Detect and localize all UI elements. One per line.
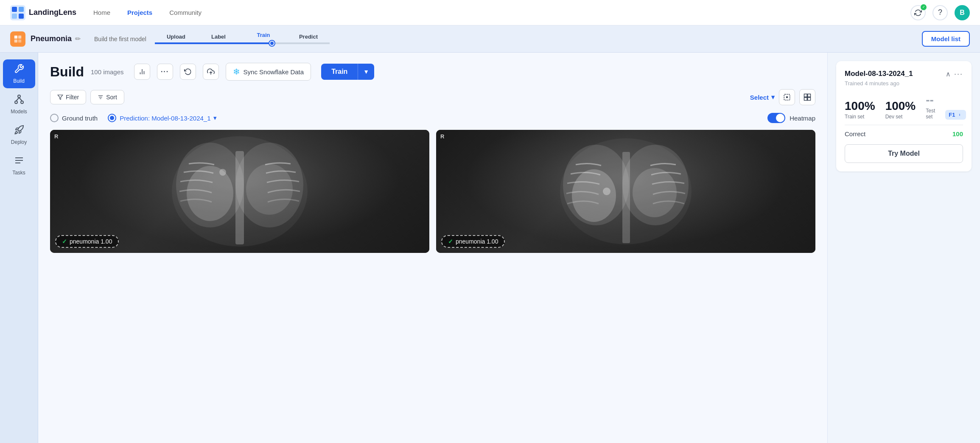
sidebar: Build Models Deploy	[0, 53, 38, 443]
sidebar-item-build[interactable]: Build	[3, 59, 35, 88]
grid-view-button[interactable]	[799, 89, 815, 105]
bar-chart-icon	[138, 68, 146, 76]
project-name: Pneumonia	[31, 34, 72, 43]
test-set-value: --	[926, 93, 935, 107]
prediction-label-0: pneumonia 1.00	[70, 238, 112, 245]
train-set-stat: 100% Train set	[845, 99, 875, 120]
train-set-value: 100%	[845, 99, 875, 113]
check-icon-0: ✓	[62, 238, 67, 245]
avatar[interactable]: B	[955, 5, 970, 20]
model-trained-time: Trained 4 minutes ago	[845, 80, 963, 87]
xray-svg-1	[436, 130, 815, 253]
selection-icon	[783, 93, 791, 101]
r-badge-1: R	[440, 133, 444, 140]
ground-truth-radio[interactable]	[50, 114, 59, 122]
chevron-down-icon: ▾	[771, 93, 775, 101]
sidebar-build-label: Build	[13, 78, 25, 84]
prediction-radio[interactable]	[108, 114, 116, 122]
ground-truth-option[interactable]: Ground truth	[50, 114, 98, 122]
train-set-label: Train set	[845, 114, 875, 120]
nav-links: Home Projects Community	[93, 9, 202, 16]
nav-community[interactable]: Community	[169, 9, 202, 16]
svg-rect-34	[235, 151, 244, 244]
prediction-option[interactable]: Prediction: Model-08-13-2024_1 ▾	[108, 114, 216, 122]
collapse-button[interactable]: ∧	[946, 70, 951, 78]
step-label[interactable]: Label	[197, 34, 240, 44]
train-dropdown-button[interactable]: ▼	[358, 64, 374, 80]
nav-projects[interactable]: Projects	[127, 9, 152, 16]
logo-text: LandingLens	[29, 8, 76, 17]
heatmap-switch[interactable]	[767, 113, 785, 123]
sidebar-item-models[interactable]: Models	[3, 90, 35, 119]
sidebar-item-tasks[interactable]: Tasks	[3, 151, 35, 180]
svg-rect-8	[18, 39, 21, 42]
dev-set-value: 100%	[885, 99, 916, 113]
svg-point-9	[18, 95, 20, 98]
prediction-badge-1: ✓ pneumonia 1.00	[441, 235, 505, 248]
correct-value: 100	[952, 130, 963, 137]
deploy-icon	[14, 125, 24, 137]
svg-marker-21	[58, 95, 63, 100]
step-predict[interactable]: Predict	[287, 34, 330, 44]
svg-point-37	[246, 164, 293, 215]
nav-right: ? B	[910, 5, 970, 20]
history-icon	[184, 68, 192, 76]
help-button[interactable]: ?	[932, 5, 948, 20]
history-button[interactable]	[180, 64, 196, 80]
snowflake-icon: ❄	[233, 67, 240, 77]
svg-rect-28	[808, 94, 811, 97]
chart-button[interactable]	[134, 64, 150, 80]
svg-point-44	[633, 168, 677, 217]
nav-home[interactable]: Home	[93, 9, 110, 16]
svg-point-43	[572, 169, 616, 222]
test-set-label: Test set	[926, 108, 935, 120]
chevron-down-icon: ▾	[213, 114, 217, 122]
upload-button[interactable]	[203, 64, 219, 80]
train-button-group: Train ▼	[321, 64, 374, 80]
svg-rect-5	[14, 35, 17, 38]
build-icon	[14, 64, 24, 76]
toggle-knob	[776, 114, 784, 122]
edit-icon[interactable]: ✏	[75, 35, 81, 43]
tasks-icon	[14, 155, 24, 168]
dev-set-label: Dev set	[885, 114, 916, 120]
bounding-box-button[interactable]	[779, 89, 795, 105]
sidebar-item-deploy[interactable]: Deploy	[3, 121, 35, 149]
prediction-model-select[interactable]: Prediction: Model-08-13-2024_1 ▾	[120, 114, 216, 122]
notifications-button[interactable]	[910, 5, 926, 20]
model-card-controls: ∧ ···	[946, 70, 963, 79]
cloud-upload-icon	[207, 68, 215, 76]
step-upload[interactable]: Upload	[155, 34, 197, 44]
sync-snowflake-button[interactable]: ❄ Sync Snowflake Data	[226, 63, 311, 81]
svg-point-10	[15, 101, 17, 104]
model-list-button[interactable]: Model list	[922, 31, 970, 47]
step-train[interactable]: Train	[240, 32, 287, 46]
info-icon: i	[957, 112, 963, 118]
train-button[interactable]: Train	[321, 64, 358, 80]
image-count: 100 images	[91, 68, 124, 76]
try-model-button[interactable]: Try Model	[845, 144, 963, 163]
model-card-header: Model-08-13-2024_1 ∧ ···	[845, 70, 963, 79]
sort-icon	[98, 94, 104, 100]
svg-rect-1	[12, 7, 17, 12]
svg-rect-41	[622, 152, 630, 243]
build-title: Build	[50, 64, 84, 80]
image-card-0[interactable]: R ✓ pneumonia 1.00	[50, 130, 429, 253]
select-button[interactable]: Select ▾	[750, 93, 775, 101]
model-options-button[interactable]: ···	[954, 70, 963, 79]
f1-badge: F1 i	[945, 110, 966, 120]
heatmap-toggle[interactable]: Heatmap	[767, 113, 815, 123]
filter-icon	[57, 94, 63, 100]
filter-sort-bar: Filter Sort Select ▾	[50, 89, 815, 105]
filter-button[interactable]: Filter	[50, 90, 86, 104]
logo[interactable]: LandingLens	[10, 5, 76, 20]
more-options-button[interactable]: ···	[157, 64, 173, 80]
sort-button[interactable]: Sort	[90, 90, 124, 104]
models-svg-icon	[14, 94, 24, 104]
dev-set-stat: 100% Dev set	[885, 99, 916, 120]
image-card-1[interactable]: R ✓ pneumonia 1.00	[436, 130, 815, 253]
sidebar-models-label: Models	[11, 109, 27, 115]
model-divider	[845, 125, 963, 125]
svg-text:i: i	[959, 113, 960, 116]
build-header: Build 100 images ···	[50, 63, 815, 81]
